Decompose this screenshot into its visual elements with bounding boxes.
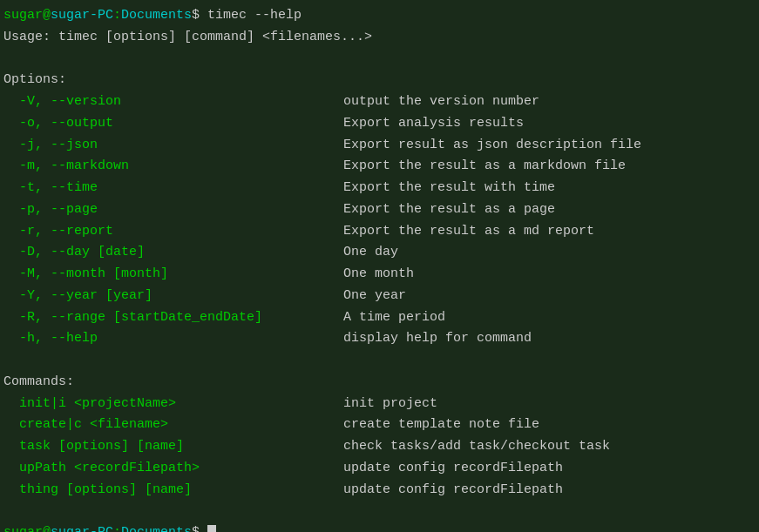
bottom-prompt-path: Documents (121, 525, 192, 532)
bottom-colon: : (113, 525, 121, 532)
option-row-9: -Y, --year [year]One year (3, 286, 756, 307)
command-row-3: upPath <recordFilepath>update config rec… (3, 458, 756, 480)
option-flag-0: -V, --version (3, 91, 343, 113)
option-row-3: -m, --markdownExport the result as a mar… (3, 156, 756, 178)
option-desc-6: Export the result as a md report (343, 224, 594, 239)
terminal-window: sugar@sugar-PC:Documents$ timec --help U… (0, 0, 759, 532)
option-flag-10: -R, --range [startDate_endDate] (3, 307, 343, 329)
prompt-line-1: sugar@sugar-PC:Documents$ timec --help (3, 5, 756, 27)
option-desc-2: Export result as json description file (343, 138, 641, 152)
bottom-dollar: $ (192, 525, 207, 532)
option-desc-10: A time period (343, 310, 445, 325)
option-desc-5: Export the result as a page (343, 202, 555, 217)
usage-line: Usage: timec [options] [command] <filena… (3, 27, 756, 49)
bottom-prompt-line: sugar@sugar-PC:Documents$ (3, 522, 756, 532)
option-desc-4: Export the result with time (343, 180, 555, 195)
bottom-prompt-user: sugar (3, 525, 43, 532)
cursor-block (207, 525, 216, 532)
options-label: Options: (3, 70, 756, 91)
option-desc-1: Export analysis results (343, 116, 524, 131)
command-row-0: init|i <projectName>init project (3, 394, 756, 415)
command-text: timec --help (207, 8, 302, 23)
option-desc-0: output the version number (343, 94, 539, 109)
bottom-prompt-host: sugar-PC (51, 525, 113, 532)
command-cmd-4: thing [options] [name] (3, 480, 343, 502)
option-row-4: -t, --timeExport the result with time (3, 178, 756, 199)
option-flag-1: -o, --output (3, 113, 343, 135)
command-row-1: create|c <filename>create template note … (3, 414, 756, 436)
option-row-2: -j, --jsonExport result as json descript… (3, 135, 756, 157)
prompt-user: sugar (3, 8, 43, 23)
option-flag-9: -Y, --year [year] (3, 286, 343, 307)
prompt-colon: : (113, 8, 121, 23)
option-flag-5: -p, --page (3, 199, 343, 221)
commands-label: Commands: (3, 372, 756, 394)
prompt-dollar: $ (192, 8, 207, 23)
command-row-4: thing [options] [name]update config reco… (3, 480, 756, 502)
command-desc-0: init project (343, 396, 437, 411)
option-flag-11: -h, --help (3, 328, 343, 350)
option-row-8: -M, --month [month]One month (3, 264, 756, 286)
option-row-11: -h, --helpdisplay help for command (3, 328, 756, 350)
command-desc-2: check tasks/add task/checkout task (343, 439, 610, 454)
command-desc-3: update config recordFilepath (343, 461, 563, 475)
option-desc-3: Export the result as a markdown file (343, 158, 626, 173)
option-flag-7: -D, --day [date] (3, 242, 343, 264)
prompt-host: sugar-PC (51, 8, 113, 23)
prompt-at: @ (43, 8, 51, 23)
option-flag-3: -m, --markdown (3, 156, 343, 178)
bottom-at: @ (43, 525, 51, 532)
command-cmd-3: upPath <recordFilepath> (3, 458, 343, 480)
empty-line-2 (3, 350, 756, 372)
command-cmd-0: init|i <projectName> (3, 394, 343, 415)
command-desc-1: create template note file (343, 417, 539, 432)
command-cmd-1: create|c <filename> (3, 414, 343, 436)
option-flag-2: -j, --json (3, 135, 343, 157)
option-desc-8: One month (343, 266, 414, 281)
option-desc-9: One year (343, 288, 406, 303)
command-desc-4: update config recordFilepath (343, 482, 563, 497)
option-flag-8: -M, --month [month] (3, 264, 343, 286)
option-row-7: -D, --day [date]One day (3, 242, 756, 264)
option-flag-6: -r, --report (3, 221, 343, 243)
option-row-5: -p, --pageExport the result as a page (3, 199, 756, 221)
command-cmd-2: task [options] [name] (3, 436, 343, 458)
empty-line-1 (3, 49, 756, 71)
option-row-10: -R, --range [startDate_endDate]A time pe… (3, 307, 756, 329)
option-desc-11: display help for command (343, 331, 532, 346)
prompt-path: Documents (121, 8, 192, 23)
option-desc-7: One day (343, 245, 398, 259)
option-row-6: -r, --reportExport the result as a md re… (3, 221, 756, 243)
option-row-1: -o, --outputExport analysis results (3, 113, 756, 135)
command-row-2: task [options] [name]check tasks/add tas… (3, 436, 756, 458)
option-flag-4: -t, --time (3, 178, 343, 199)
empty-line-3 (3, 501, 756, 522)
option-row-0: -V, --versionoutput the version number (3, 91, 756, 113)
